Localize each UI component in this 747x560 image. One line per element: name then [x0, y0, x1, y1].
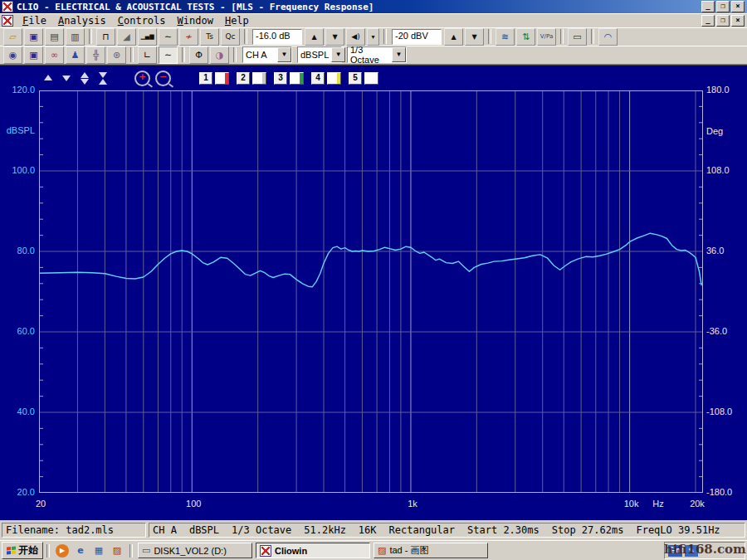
menu-window[interactable]: Window [172, 14, 219, 27]
task-clio[interactable]: Cliowin [256, 543, 370, 558]
wheel-settings-button[interactable]: ⊛ [107, 46, 126, 64]
mdi-close-button[interactable]: × [731, 15, 745, 27]
sine-off-button[interactable]: ≁ [179, 28, 198, 46]
frequency-response-plot[interactable] [39, 90, 703, 493]
autoscale-button[interactable]: ♟ [66, 46, 85, 64]
toolbar-separator [244, 29, 247, 44]
cell-button[interactable]: ▭ [568, 28, 587, 46]
mdi-child-icon[interactable] [2, 15, 13, 27]
task-drive[interactable]: ▭DISK1_VOL2 (D:) [138, 543, 252, 558]
y-left-tick: 60.0 [0, 326, 35, 336]
qc-button[interactable]: Qc [221, 28, 240, 46]
show-desktop-icon[interactable]: ▦ [92, 544, 105, 558]
smoothing-select[interactable]: 1/3 Octave▼ [347, 46, 407, 63]
scroll-up-button[interactable] [42, 72, 55, 84]
clio-window: CLIO - ELECTRICAL & ACOUSTICAL TESTS - [… [0, 0, 747, 560]
menu-controls[interactable]: Controls [112, 14, 172, 27]
mls-signal-button[interactable]: ⊓ [96, 28, 115, 46]
close-button[interactable]: × [731, 1, 745, 12]
sine-button[interactable]: ∼ [159, 28, 178, 46]
curve-2-color-swatch[interactable] [252, 72, 266, 85]
swatch-color [337, 73, 340, 84]
chevron-down-icon[interactable]: ▼ [331, 47, 345, 62]
speaker-menu-button[interactable]: ▾ [367, 28, 379, 46]
unit-select-value: dBSPL [298, 50, 331, 60]
output-level-field[interactable]: -16.0 dB [252, 29, 302, 45]
restore-button[interactable]: ❐ [716, 1, 730, 12]
print-button[interactable]: ▥ [66, 28, 85, 46]
waterfall-button[interactable]: ◢ [117, 28, 136, 46]
task-paint-doc[interactable]: ▨tad - 画图 [374, 543, 488, 558]
menu-analysis[interactable]: Analysis [52, 14, 112, 27]
mic-sensitivity-button[interactable]: V/Pa [537, 28, 556, 46]
mdi-restore-button[interactable]: ❐ [716, 15, 730, 27]
media-player-icon[interactable]: ▶ [56, 544, 69, 558]
save-measure-button[interactable]: ▣ [24, 46, 43, 64]
chart-toolbar: + − 12345 [42, 71, 383, 85]
linear-scale-button[interactable]: ∟ [138, 46, 157, 64]
window-title: CLIO - ELECTRICAL & ACOUSTICAL TESTS - [… [17, 2, 374, 12]
zoom-in-icon[interactable]: + [134, 71, 150, 86]
swatch-color [300, 73, 303, 84]
y-left-tick: 100.0 [0, 165, 35, 175]
drive-icon: ▭ [142, 545, 150, 556]
scroll-down-button[interactable] [60, 72, 73, 84]
minimize-button[interactable]: _ [701, 1, 715, 12]
toolbar-separator [488, 29, 491, 44]
measurement-window-button[interactable]: ◠ [598, 28, 618, 46]
ts-parameters-button[interactable]: Ts [200, 28, 219, 46]
output-level-up-button[interactable]: ▲ [305, 28, 324, 46]
plot-border [40, 91, 703, 493]
curve-4-color-swatch[interactable] [327, 72, 341, 85]
loop-button[interactable]: ∞ [45, 46, 64, 64]
ie-icon[interactable]: e [74, 544, 87, 558]
y-left-tick: 40.0 [0, 407, 35, 416]
y-right-tick: 108.0 [706, 165, 730, 175]
expand-scale-button[interactable] [78, 72, 91, 84]
mdi-minimize-button[interactable]: _ [701, 15, 715, 27]
chevron-down-icon[interactable]: ▼ [392, 47, 406, 62]
input-gain-down-button[interactable]: ▼ [465, 28, 484, 46]
channel-select[interactable]: CH A▼ [242, 46, 292, 63]
start-button[interactable]: 开始 [2, 542, 43, 559]
task-label: DISK1_VOL2 (D:) [154, 546, 226, 556]
io-loop-button[interactable]: ⇅ [516, 28, 535, 46]
swatch-color [262, 73, 266, 84]
swatch-color [225, 73, 228, 84]
compress-scale-button[interactable] [96, 72, 110, 84]
curve-5-button[interactable]: 5 [349, 72, 362, 85]
input-gain-up-button[interactable]: ▲ [444, 28, 463, 46]
curve-2-button[interactable]: 2 [237, 72, 250, 85]
phase-button[interactable]: Φ [189, 46, 208, 64]
curve-1-color-swatch[interactable] [215, 72, 229, 85]
speaker-button[interactable]: ◀) [346, 28, 365, 46]
curve-3-button[interactable]: 3 [274, 72, 287, 85]
curve-display-button[interactable]: ∼ [159, 46, 178, 64]
curve-5-color-swatch[interactable] [364, 72, 378, 85]
mls-toolbar: ◉▣∞♟╬⊛∟∼Φ◑CH A▼dBSPL▼1/3 Octave▼ [0, 46, 747, 65]
save-button[interactable]: ▣ [24, 28, 43, 46]
zoom-out-icon[interactable]: − [155, 71, 171, 86]
clio-target-button[interactable]: ◉ [3, 46, 22, 64]
menu-help[interactable]: Help [219, 14, 255, 27]
paint-icon[interactable]: ▨ [110, 544, 124, 558]
open-button[interactable]: ▱ [3, 28, 22, 46]
chevron-down-icon[interactable]: ▼ [277, 47, 291, 62]
title-bar[interactable]: CLIO - ELECTRICAL & ACOUSTICAL TESTS - [… [0, 0, 747, 13]
polar-button[interactable]: ◑ [210, 46, 229, 64]
spectrum-fft-button[interactable]: ▁▄▆ [138, 28, 157, 46]
shift-button[interactable]: ╬ [86, 46, 105, 64]
task-label: tad - 画图 [389, 544, 428, 557]
menu-file[interactable]: File [17, 14, 52, 27]
input-gain-field[interactable]: -20 dBV [392, 29, 442, 45]
unit-select[interactable]: dBSPL▼ [297, 46, 342, 63]
toolbar-separator [182, 47, 185, 62]
curve-1-button[interactable]: 1 [199, 72, 212, 85]
curve-3-color-swatch[interactable] [290, 72, 304, 85]
toolbar-separator [89, 29, 92, 44]
status-segment: CH A [153, 524, 177, 536]
export-notes-button[interactable]: ▤ [45, 28, 64, 46]
output-level-down-button[interactable]: ▼ [325, 28, 344, 46]
autorange-button[interactable]: ≋ [496, 28, 515, 46]
curve-4-button[interactable]: 4 [311, 72, 325, 85]
